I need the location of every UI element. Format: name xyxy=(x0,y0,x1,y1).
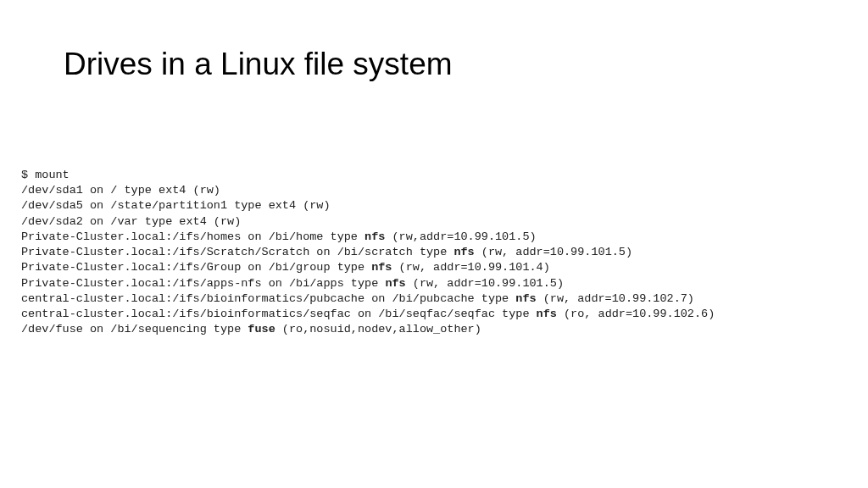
fs-type: fuse xyxy=(248,323,275,336)
mount-line: /dev/sda1 on / type ext4 (rw) xyxy=(21,183,715,198)
mount-lines: /dev/sda1 on / type ext4 (rw)/dev/sda5 o… xyxy=(21,183,715,337)
terminal-prompt: $ mount xyxy=(21,168,715,183)
mount-line: Private-Cluster.local:/ifs/Group on /bi/… xyxy=(21,260,715,275)
mount-line: Private-Cluster.local:/ifs/homes on /bi/… xyxy=(21,230,715,245)
fs-type: nfs xyxy=(385,277,405,290)
mount-line: Private-Cluster.local:/ifs/Scratch/Scrat… xyxy=(21,245,715,260)
terminal-output: $ mount /dev/sda1 on / type ext4 (rw)/de… xyxy=(21,168,715,337)
fs-type: nfs xyxy=(515,292,536,305)
mount-line: central-cluster.local:/ifs/bioinformatic… xyxy=(21,291,715,307)
fs-type: nfs xyxy=(371,261,392,274)
fs-type: nfs xyxy=(453,246,474,258)
slide: Drives in a Linux file system $ mount /d… xyxy=(0,0,868,488)
fs-type: nfs xyxy=(364,230,385,243)
mount-line: central-cluster.local:/ifs/bioinformatic… xyxy=(21,307,715,322)
mount-line: /dev/fuse on /bi/sequencing type fuse (r… xyxy=(21,322,715,337)
mount-line: /dev/sda5 on /state/partition1 type ext4… xyxy=(21,198,715,214)
mount-line: /dev/sda2 on /var type ext4 (rw) xyxy=(21,214,715,230)
fs-type: nfs xyxy=(537,308,557,320)
mount-line: Private-Cluster.local:/ifs/apps-nfs on /… xyxy=(21,276,715,291)
slide-title: Drives in a Linux file system xyxy=(64,47,453,82)
